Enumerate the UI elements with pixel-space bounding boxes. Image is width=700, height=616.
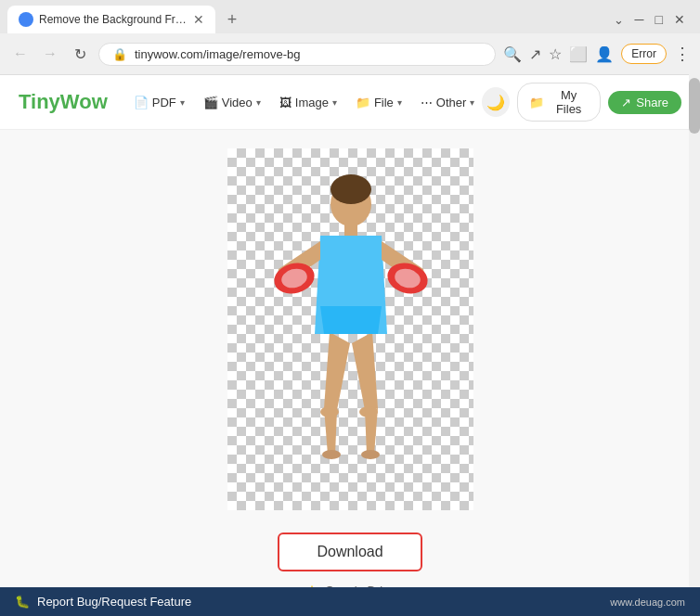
video-chevron-icon: ▾ <box>256 97 261 108</box>
share-label: Share <box>636 96 668 109</box>
dark-mode-toggle[interactable]: 🌙 <box>482 87 510 117</box>
url-text: tinywow.com/image/remove-bg <box>135 47 300 61</box>
files-icon: 📁 <box>529 96 544 109</box>
back-button[interactable]: ← <box>9 43 32 65</box>
pdf-icon: 📄 <box>134 96 149 109</box>
error-button[interactable]: Error <box>621 44 667 64</box>
footer-bug-icon: 🐛 <box>15 595 30 609</box>
svg-point-9 <box>322 450 341 459</box>
nav-pdf-label: PDF <box>152 96 176 109</box>
my-files-button[interactable]: 📁 My Files <box>517 83 601 122</box>
footer-url: www.deuag.com <box>610 597 685 608</box>
tab-title: Remove the Background From a... <box>39 13 188 26</box>
scrollbar-thumb[interactable] <box>689 78 700 134</box>
pdf-chevron-icon: ▾ <box>180 97 185 108</box>
close-button[interactable]: ✕ <box>674 12 685 27</box>
scrollbar[interactable] <box>689 74 700 588</box>
nav-item-pdf[interactable]: 📄 PDF ▾ <box>126 92 192 113</box>
video-icon: 🎬 <box>203 96 218 109</box>
reload-button[interactable]: ↻ <box>69 43 91 65</box>
tab-close-icon[interactable]: ✕ <box>193 12 204 27</box>
maximize-button[interactable]: □ <box>655 12 663 27</box>
nav-other-label: Other <box>436 96 467 109</box>
file-chevron-icon: ▾ <box>397 97 402 108</box>
tab-favicon <box>19 12 33 27</box>
nav-file-label: File <box>374 96 394 109</box>
search-icon[interactable]: 🔍 <box>503 45 522 63</box>
svg-rect-2 <box>344 221 357 236</box>
logo-wow: Wow <box>60 90 108 113</box>
image-chevron-icon: ▾ <box>332 97 337 108</box>
other-chevron-icon: ▾ <box>470 97 474 108</box>
image-icon: 🖼 <box>279 96 292 109</box>
share-page-icon[interactable]: ↗ <box>529 45 541 63</box>
bookmark-icon[interactable]: ☆ <box>549 45 562 63</box>
file-icon: 📁 <box>356 96 370 109</box>
minimize-button[interactable]: ─ <box>635 12 644 27</box>
download-button[interactable]: Download <box>278 533 421 571</box>
forward-button[interactable]: → <box>39 43 61 65</box>
image-container <box>227 148 473 510</box>
profile-icon[interactable]: 👤 <box>595 45 614 63</box>
result-image <box>227 148 473 510</box>
nav-item-image[interactable]: 🖼 Image ▾ <box>272 92 344 113</box>
site-navbar: TinyWow 📄 PDF ▾ 🎬 Video ▾ 🖼 Image ▾ 📁 Fi… <box>0 75 700 130</box>
nav-item-other[interactable]: ⋯ Other ▾ <box>413 92 483 113</box>
split-view-icon[interactable]: ⬜ <box>569 45 588 63</box>
lock-icon: 🔒 <box>112 47 127 61</box>
site-logo[interactable]: TinyWow <box>19 90 108 114</box>
nav-item-file[interactable]: 📁 File ▾ <box>348 92 409 113</box>
share-button[interactable]: ↗ Share <box>608 91 681 114</box>
nav-actions: 🌙 📁 My Files ↗ Share <box>482 83 681 122</box>
tab-bar-chevron-icon: ⌄ <box>614 13 624 27</box>
nav-menu: 📄 PDF ▾ 🎬 Video ▾ 🖼 Image ▾ 📁 File ▾ ⋯ <box>126 92 483 113</box>
footer-label: Report Bug/Request Feature <box>37 595 191 609</box>
other-icon: ⋯ <box>421 96 433 109</box>
nav-item-video[interactable]: 🎬 Video ▾ <box>196 92 268 113</box>
browser-tab-active[interactable]: Remove the Background From a... ✕ <box>7 6 215 33</box>
svg-point-1 <box>331 174 371 204</box>
main-content: Download Google Drive <box>0 130 700 616</box>
nav-image-label: Image <box>295 96 329 109</box>
more-options-icon[interactable]: ⋮ <box>674 44 691 64</box>
footer-bar[interactable]: 🐛 Report Bug/Request Feature www.deuag.c… <box>0 587 700 616</box>
new-tab-button[interactable]: + <box>219 6 245 32</box>
my-files-label: My Files <box>549 88 589 116</box>
share-icon: ↗ <box>621 96 631 109</box>
svg-point-10 <box>361 450 380 459</box>
logo-tiny: Tiny <box>19 90 60 113</box>
nav-video-label: Video <box>222 96 253 109</box>
